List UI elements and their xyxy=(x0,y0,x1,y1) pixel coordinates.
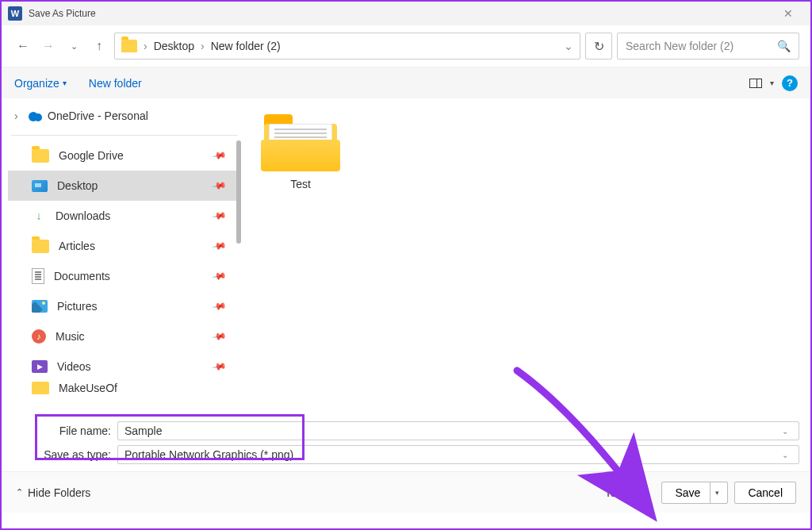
chevron-up-icon: ⌃ xyxy=(16,487,23,497)
chevron-down-icon: ▾ xyxy=(634,489,638,497)
hide-folders-button[interactable]: ⌃ Hide Folders xyxy=(16,486,90,499)
sidebar-item-music[interactable]: ♪ Music 📌 xyxy=(8,321,241,351)
sidebar-item-videos[interactable]: ▶ Videos 📌 xyxy=(8,351,241,382)
hide-folders-label: Hide Folders xyxy=(28,486,90,499)
pin-icon: 📌 xyxy=(211,208,227,224)
chevron-down-icon[interactable]: ⌄ xyxy=(778,427,792,436)
folder-icon xyxy=(32,382,49,394)
help-icon[interactable]: ? xyxy=(782,75,798,91)
divider xyxy=(11,135,238,136)
view-options-icon[interactable] xyxy=(749,79,762,88)
dialog-button-row: ⌃ Hide Folders Tools ▾ Save ▾ Cancel xyxy=(2,471,810,513)
music-icon: ♪ xyxy=(32,329,46,344)
sidebar-item-label: Pictures xyxy=(57,300,98,313)
pin-icon: 📌 xyxy=(211,328,227,344)
document-icon xyxy=(32,268,44,284)
sidebar-item-label: MakeUseOf xyxy=(59,382,117,394)
window-title: Save As Picture xyxy=(29,8,772,19)
close-icon[interactable]: ✕ xyxy=(772,7,804,20)
main-area: › OneDrive - Personal Google Drive 📌 Des… xyxy=(2,98,810,413)
saveastype-label: Save as type: xyxy=(13,448,117,461)
sidebar-item-label: Music xyxy=(56,330,85,343)
folder-item-label: Test xyxy=(257,178,344,190)
cancel-button[interactable]: Cancel xyxy=(734,482,796,504)
pin-icon: 📌 xyxy=(211,359,227,374)
folder-icon xyxy=(121,40,137,52)
videos-icon: ▶ xyxy=(32,360,48,373)
desktop-icon xyxy=(32,180,48,192)
command-bar: Organize ▾ New folder ▾ ? xyxy=(2,67,810,98)
chevron-down-icon[interactable]: ⌄ xyxy=(564,40,573,52)
tree-item-onedrive[interactable]: › OneDrive - Personal xyxy=(8,105,241,127)
organize-menu[interactable]: Organize ▾ xyxy=(14,77,67,90)
pin-icon: 📌 xyxy=(211,268,227,284)
pin-icon: 📌 xyxy=(211,148,227,163)
refresh-button[interactable]: ↻ xyxy=(585,33,612,60)
file-list-pane[interactable]: Test xyxy=(241,98,810,413)
filename-value: Sample xyxy=(124,424,778,437)
tools-label: Tools xyxy=(605,486,631,499)
quick-access-list: Google Drive 📌 Desktop 📌 ↓ Downloads 📌 A… xyxy=(8,140,241,394)
saveastype-value: Portable Network Graphics (*.png) xyxy=(124,448,778,461)
sidebar-item-downloads[interactable]: ↓ Downloads 📌 xyxy=(8,201,241,231)
tools-menu[interactable]: Tools ▾ xyxy=(605,486,638,499)
nav-row: ← → ⌄ ↑ › Desktop › New folder (2) ⌄ ↻ S… xyxy=(2,25,810,67)
sidebar-item-pictures[interactable]: Pictures 📌 xyxy=(8,291,241,321)
save-inputs: File name: Sample ⌄ Save as type: Portab… xyxy=(2,413,810,471)
tree-item-label: OneDrive - Personal xyxy=(48,109,148,122)
sidebar-item-label: Documents xyxy=(54,270,110,282)
chevron-down-icon[interactable]: ⌄ xyxy=(778,451,792,459)
sidebar-item-articles[interactable]: Articles 📌 xyxy=(8,231,241,261)
sidebar-item-label: Desktop xyxy=(57,179,98,192)
new-folder-button[interactable]: New folder xyxy=(89,77,142,90)
sidebar-item-label: Google Drive xyxy=(59,149,124,162)
recent-dropdown[interactable]: ⌄ xyxy=(63,36,84,56)
forward-button[interactable]: → xyxy=(38,36,59,56)
folder-icon xyxy=(32,149,49,163)
sidebar-item-google-drive[interactable]: Google Drive 📌 xyxy=(8,140,241,171)
sidebar-item-desktop[interactable]: Desktop 📌 xyxy=(8,171,241,201)
folder-item-test[interactable]: Test xyxy=(257,113,344,190)
titlebar: W Save As Picture ✕ xyxy=(2,2,810,25)
filename-row: File name: Sample ⌄ xyxy=(13,421,799,441)
search-input[interactable]: Search New folder (2) 🔍 xyxy=(617,33,799,60)
navigation-pane: › OneDrive - Personal Google Drive 📌 Des… xyxy=(2,98,241,413)
word-app-icon: W xyxy=(8,6,22,21)
sidebar-item-label: Downloads xyxy=(56,209,110,222)
pin-icon: 📌 xyxy=(211,298,227,314)
chevron-right-icon[interactable]: › xyxy=(14,109,22,122)
sidebar-item-documents[interactable]: Documents 📌 xyxy=(8,261,241,291)
search-placeholder: Search New folder (2) xyxy=(626,40,777,52)
pin-icon: 📌 xyxy=(211,178,227,194)
up-button[interactable]: ↑ xyxy=(89,36,109,56)
chevron-down-icon[interactable]: ▾ xyxy=(770,79,774,87)
sidebar-item-makeuseof[interactable]: MakeUseOf xyxy=(8,382,241,394)
sidebar-item-label: Videos xyxy=(57,360,91,373)
organize-label: Organize xyxy=(14,77,59,90)
saveastype-select[interactable]: Portable Network Graphics (*.png) ⌄ xyxy=(117,445,799,464)
download-icon: ↓ xyxy=(32,209,46,223)
folder-icon xyxy=(32,240,49,253)
filename-label: File name: xyxy=(13,424,117,437)
onedrive-icon xyxy=(27,111,43,121)
filename-input[interactable]: Sample ⌄ xyxy=(117,421,799,440)
save-button[interactable]: Save ▾ xyxy=(661,482,728,504)
breadcrumb-seg[interactable]: Desktop xyxy=(154,40,194,52)
chevron-right-icon: › xyxy=(144,40,147,52)
back-button[interactable]: ← xyxy=(13,36,33,56)
chevron-down-icon: ▾ xyxy=(63,79,67,87)
pin-icon: 📌 xyxy=(211,238,227,254)
folder-icon xyxy=(261,113,340,171)
saveastype-row: Save as type: Portable Network Graphics … xyxy=(13,444,799,465)
sidebar-item-label: Articles xyxy=(59,240,95,252)
pictures-icon xyxy=(32,300,48,313)
search-icon: 🔍 xyxy=(777,40,791,52)
save-label: Save xyxy=(675,486,700,499)
breadcrumb-seg[interactable]: New folder (2) xyxy=(211,40,281,52)
chevron-right-icon: › xyxy=(201,40,205,52)
breadcrumb[interactable]: › Desktop › New folder (2) ⌄ xyxy=(114,33,580,60)
save-dropdown-icon[interactable]: ▾ xyxy=(710,482,724,503)
